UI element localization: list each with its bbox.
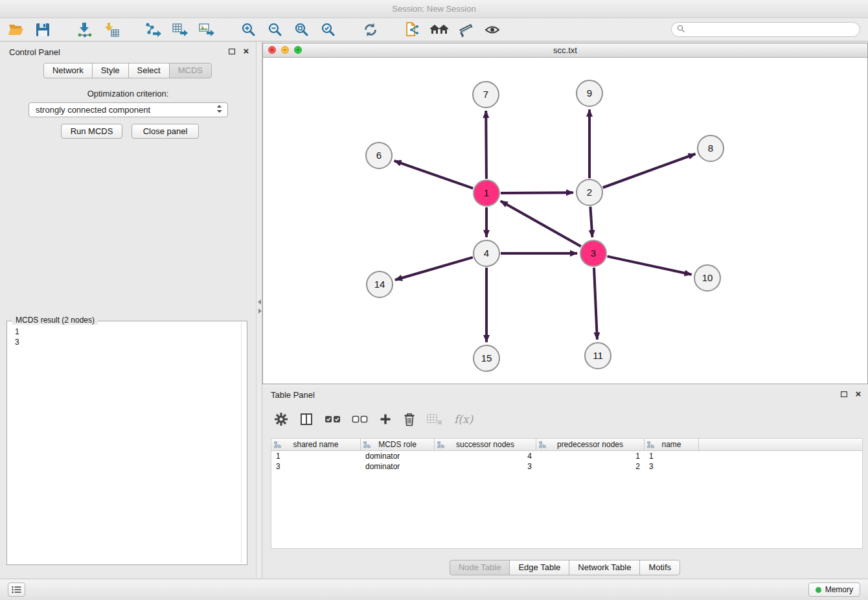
svg-text:2: 2 (587, 187, 592, 198)
search-box[interactable] (671, 22, 860, 37)
edge-1-2[interactable] (501, 192, 573, 193)
trash-icon[interactable] (403, 412, 416, 426)
refresh-icon[interactable] (361, 21, 380, 39)
svg-text:1: 1 (484, 187, 489, 198)
memory-button[interactable]: Memory (808, 583, 860, 597)
plus-icon[interactable] (379, 413, 392, 426)
table-cell[interactable]: 1 (271, 451, 361, 461)
node-1[interactable]: 1 (474, 180, 499, 206)
function-builder-icon: f(x) (454, 413, 473, 426)
tab-network[interactable]: Network (43, 63, 93, 78)
save-icon[interactable] (33, 21, 52, 39)
node-14[interactable]: 14 (367, 271, 393, 297)
import-table-icon[interactable] (102, 21, 121, 39)
edge-2-3[interactable] (590, 207, 592, 237)
vertical-splitter[interactable] (256, 41, 262, 579)
table-cell[interactable]: 1 (645, 451, 699, 461)
close-table-panel-icon[interactable]: × (854, 389, 863, 398)
tab-mcds[interactable]: MCDS (169, 63, 212, 78)
dropdown-value: strongly connected component (36, 105, 150, 115)
mcds-result-list[interactable]: 13 (7, 321, 247, 352)
search-input[interactable] (689, 24, 860, 36)
run-mcds-button[interactable]: Run MCDS (61, 124, 122, 139)
edge-3-11[interactable] (594, 268, 597, 340)
close-panel-button[interactable]: Close panel (131, 124, 199, 139)
node-15[interactable]: 15 (474, 345, 499, 371)
table-row[interactable]: 3dominator323 (271, 461, 862, 472)
table-cell[interactable]: 3 (645, 461, 699, 472)
status-bar: Memory (0, 579, 868, 600)
style-brush-icon[interactable] (456, 21, 475, 39)
open-icon[interactable] (6, 21, 26, 39)
table-cell[interactable]: dominator (361, 451, 435, 461)
table-row[interactable]: 1dominator411 (271, 451, 862, 461)
tab-edge-table[interactable]: Edge Table (509, 560, 569, 575)
zoom-out-icon[interactable] (266, 21, 285, 39)
network-window-titlebar[interactable]: scc.txt (263, 43, 867, 58)
column-header-MCDS-role[interactable]: MCDS role (361, 439, 435, 451)
node-11[interactable]: 11 (585, 343, 611, 369)
result-scrollbar[interactable] (241, 323, 242, 563)
import-network-icon[interactable] (75, 21, 95, 39)
edge-1-6[interactable] (394, 161, 474, 189)
column-header-shared-name[interactable]: shared name (271, 439, 361, 451)
table-cell[interactable]: 3 (435, 461, 536, 472)
share-document-icon[interactable] (403, 21, 422, 39)
node-2[interactable]: 2 (577, 179, 602, 205)
window-titlebar[interactable]: Session: New Session (0, 0, 868, 18)
network-canvas[interactable]: 7968124314101511 (263, 58, 867, 384)
list-icon (12, 586, 21, 594)
node-4[interactable]: 4 (474, 240, 499, 266)
node-9[interactable]: 9 (577, 80, 602, 106)
network-graph[interactable]: 7968124314101511 (263, 58, 867, 384)
minimize-window-icon[interactable] (281, 46, 289, 54)
node-3[interactable]: 3 (580, 240, 606, 266)
eye-icon[interactable] (483, 21, 502, 39)
edge-1-7[interactable] (486, 111, 486, 179)
close-window-icon[interactable] (268, 46, 276, 54)
edge-3-10[interactable] (608, 257, 692, 275)
tab-network-table[interactable]: Network Table (569, 560, 640, 575)
tab-motifs[interactable]: Motifs (639, 560, 680, 575)
task-history-button[interactable] (8, 583, 25, 597)
close-panel-icon[interactable]: × (242, 47, 251, 56)
node-7[interactable]: 7 (473, 82, 499, 108)
tab-node-table[interactable]: Node Table (450, 560, 510, 575)
table-cell[interactable]: dominator (361, 461, 435, 472)
select-all-icon[interactable] (325, 414, 341, 424)
edge-4-14[interactable] (395, 257, 473, 280)
export-network-icon[interactable] (144, 21, 163, 39)
edge-2-8[interactable] (603, 154, 696, 188)
float-panel-icon[interactable] (227, 47, 236, 56)
float-table-panel-icon[interactable] (839, 389, 849, 398)
tab-select[interactable]: Select (128, 63, 170, 78)
column-edit-icon (539, 441, 546, 450)
node-6[interactable]: 6 (366, 143, 392, 168)
collapse-left-icon[interactable] (258, 299, 261, 305)
node-10[interactable]: 10 (694, 265, 720, 291)
column-header-name[interactable]: name (645, 439, 699, 451)
memory-label: Memory (825, 585, 853, 594)
node-8[interactable]: 8 (698, 135, 724, 161)
collapse-right-icon[interactable] (258, 308, 262, 314)
column-header-predecessor-nodes[interactable]: predecessor nodes (536, 439, 645, 451)
tab-style[interactable]: Style (92, 63, 129, 78)
table-cell[interactable]: 2 (536, 461, 645, 472)
columns-icon[interactable] (299, 412, 314, 426)
deselect-icon[interactable] (352, 414, 368, 424)
optimization-dropdown[interactable]: strongly connected component (29, 102, 228, 117)
column-edit-icon (437, 441, 444, 450)
home-icon[interactable] (429, 21, 449, 39)
gear-icon[interactable] (274, 412, 288, 426)
export-image-icon[interactable] (197, 21, 216, 39)
table-cell[interactable]: 4 (435, 451, 536, 461)
column-header-successor-nodes[interactable]: successor nodes (435, 439, 536, 451)
zoom-fit-icon[interactable] (292, 21, 312, 39)
table-cell[interactable]: 3 (271, 461, 361, 472)
zoom-window-icon[interactable] (294, 46, 302, 54)
zoom-selected-icon[interactable] (319, 21, 338, 39)
zoom-in-icon[interactable] (239, 21, 258, 39)
table-cell[interactable]: 1 (536, 451, 645, 461)
export-table-icon[interactable] (170, 21, 190, 39)
edge-3-1[interactable] (501, 201, 581, 246)
